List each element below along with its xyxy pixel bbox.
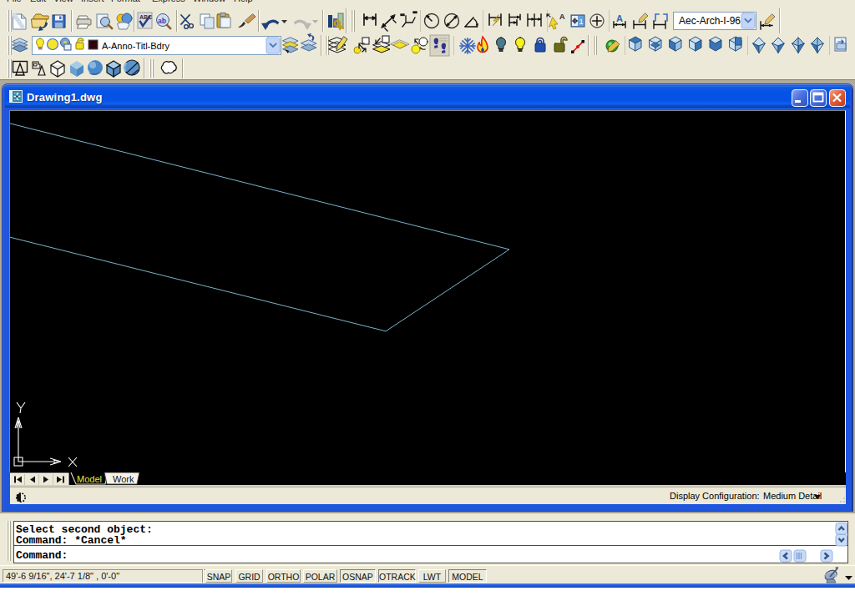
svg-text:A: A bbox=[616, 13, 623, 23]
svg-text:Model: Model bbox=[77, 474, 102, 484]
svg-text:1: 1 bbox=[579, 18, 584, 26]
svg-text:ab: ab bbox=[158, 17, 166, 25]
svg-text:Aec-Arch-I-96: Aec-Arch-I-96 bbox=[679, 15, 741, 27]
svg-text:A: A bbox=[559, 13, 565, 21]
svg-text:Work: Work bbox=[113, 474, 134, 484]
svg-text:A-Anno-Titl-Bdry: A-Anno-Titl-Bdry bbox=[102, 41, 169, 51]
